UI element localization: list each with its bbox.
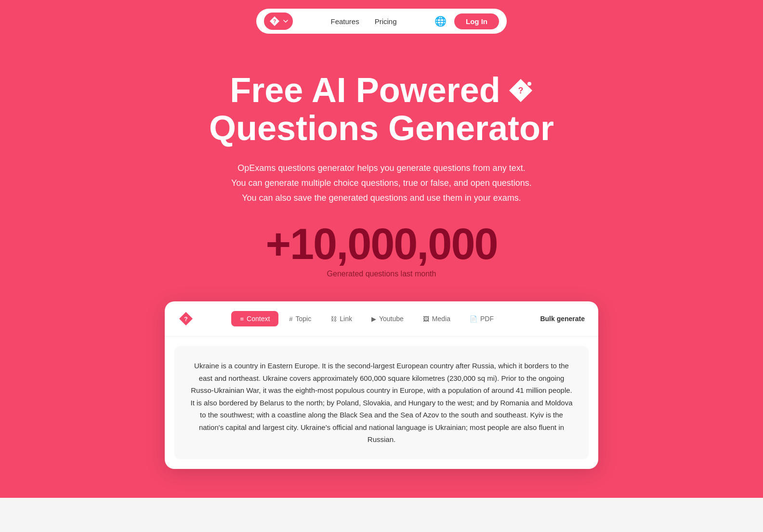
card-body: Ukraine is a country in Eastern Europe. … <box>174 346 589 459</box>
link-icon: ⛓ <box>330 315 337 323</box>
logo-button[interactable]: ? <box>264 13 293 30</box>
svg-point-3 <box>527 82 531 86</box>
hero-section: ? Features Pricing 🌐 Log In Free AI Powe… <box>0 0 763 498</box>
tab-context[interactable]: ≡ Context <box>231 311 278 326</box>
login-button[interactable]: Log In <box>454 13 499 29</box>
nav-links: Features Pricing <box>304 17 423 26</box>
tab-pdf-label: PDF <box>480 315 494 323</box>
hero-count-label: Generated questions last month <box>327 270 436 278</box>
hero-subtitle: OpExams questions generator helps you ge… <box>231 161 532 205</box>
svg-text:?: ? <box>273 19 276 24</box>
tab-pdf[interactable]: 📄 PDF <box>461 311 502 326</box>
chevron-down-icon <box>283 20 288 23</box>
tab-context-label: Context <box>247 315 270 323</box>
nav-right: 🌐 Log In <box>434 13 499 29</box>
media-icon: 🖼 <box>423 315 429 323</box>
context-icon: ≡ <box>240 315 244 323</box>
bottom-section <box>0 498 763 532</box>
tab-topic[interactable]: # Topic <box>280 311 320 326</box>
features-link[interactable]: Features <box>330 17 359 26</box>
tab-youtube[interactable]: ▶ Youtube <box>363 311 412 326</box>
tab-media[interactable]: 🖼 Media <box>414 311 459 326</box>
hero-title-line1: Free AI Powered <box>230 71 500 109</box>
globe-icon[interactable]: 🌐 <box>434 15 447 27</box>
logo-diamond-icon: ? <box>269 15 280 27</box>
tab-topic-label: Topic <box>296 315 312 323</box>
youtube-icon: ▶ <box>371 315 376 323</box>
card-tabs: ≡ Context # Topic ⛓ Link ▶ <box>201 311 532 326</box>
hero-subtitle-line3: You can also save the generated question… <box>242 193 521 203</box>
hero-count: +10,000,000 <box>266 222 498 266</box>
hero-subtitle-line2: You can generate multiple choice questio… <box>231 178 532 188</box>
svg-text:?: ? <box>518 86 523 95</box>
tab-link-label: Link <box>340 315 352 323</box>
hero-content: Free AI Powered ? Questions Generator Op… <box>0 42 763 469</box>
navbar-inner: ? Features Pricing 🌐 Log In <box>256 9 507 34</box>
card-section: ? ≡ Context # Topic ⛓ <box>0 301 763 469</box>
navbar: ? Features Pricing 🌐 Log In <box>0 0 763 42</box>
hero-subtitle-line1: OpExams questions generator helps you ge… <box>237 163 525 173</box>
title-diamond-icon: ? <box>508 78 533 103</box>
hero-title-line2: Questions Generator <box>209 109 554 147</box>
tab-link[interactable]: ⛓ Link <box>322 311 361 326</box>
card-logo-icon: ? <box>178 311 194 326</box>
tab-youtube-label: Youtube <box>379 315 404 323</box>
main-card: ? ≡ Context # Topic ⛓ <box>165 301 598 469</box>
card-header: ? ≡ Context # Topic ⛓ <box>165 301 598 337</box>
pdf-icon: 📄 <box>470 315 477 323</box>
topic-icon: # <box>289 315 292 323</box>
hero-title: Free AI Powered ? Questions Generator <box>209 71 554 147</box>
bulk-generate-button[interactable]: Bulk generate <box>540 315 585 323</box>
card-text: Ukraine is a country in Eastern Europe. … <box>189 360 574 446</box>
tab-media-label: Media <box>432 315 450 323</box>
svg-text:?: ? <box>184 316 187 323</box>
pricing-link[interactable]: Pricing <box>375 17 397 26</box>
